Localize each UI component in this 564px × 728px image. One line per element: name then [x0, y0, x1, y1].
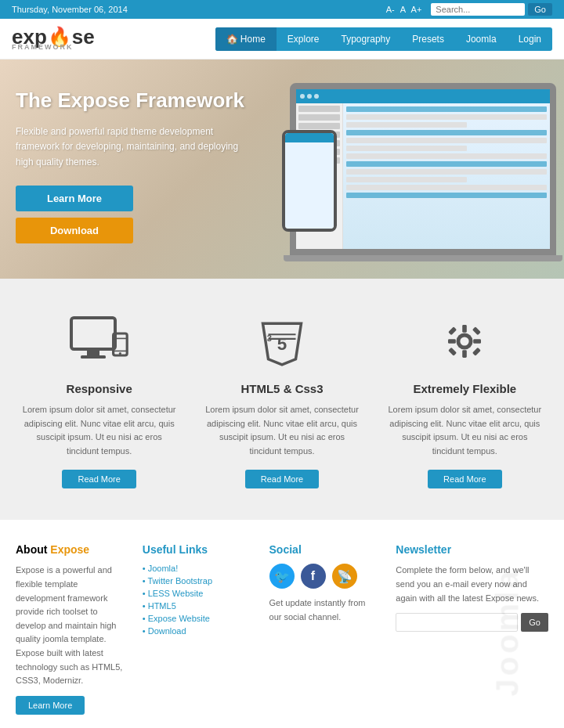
- laptop-row-5: [346, 138, 547, 143]
- hero-section: The Expose Framework Flexible and powerf…: [0, 59, 564, 279]
- footer-link-bootstrap: Twitter Bootstrap: [143, 576, 254, 586]
- footer-about-col: About Expose Expose is a powerful and fl…: [16, 543, 127, 714]
- sidebar-item-2: [298, 114, 340, 121]
- footer-social-desc: Get update instantly from our social cha…: [269, 596, 381, 624]
- font-small[interactable]: A-: [386, 5, 395, 14]
- sidebar-item-3: [298, 123, 340, 129]
- newsletter-submit-button[interactable]: Go: [521, 613, 548, 632]
- footer-link-expose-anchor[interactable]: Expose Website: [148, 614, 210, 623]
- facebook-icon[interactable]: f: [301, 564, 326, 589]
- nav-typography[interactable]: Typography: [331, 27, 402, 51]
- footer-link-download-anchor[interactable]: Download: [148, 626, 186, 636]
- feature-flexible-read-more[interactable]: Read More: [428, 470, 501, 488]
- svg-rect-18: [448, 326, 457, 335]
- feature-html5-read-more[interactable]: Read More: [245, 470, 319, 488]
- feature-flexible: Extremely Flexible Lorem ipsum dolor sit…: [381, 310, 548, 488]
- phone-mockup: [282, 130, 337, 232]
- svg-rect-19: [472, 326, 481, 335]
- main-nav: 🏠 Home Explore Typography Presets Joomla…: [215, 27, 553, 51]
- newsletter-form: Go: [396, 613, 548, 632]
- laptop-row-3: [346, 122, 467, 128]
- social-icons: 🐦 f 📡: [269, 564, 381, 589]
- font-large[interactable]: A+: [411, 5, 422, 14]
- logo-text: exp🔥se FRAMEWORK: [12, 27, 95, 51]
- laptop-row-12: [346, 193, 547, 198]
- footer-about-highlight: Expose: [50, 543, 89, 556]
- footer-grid: About Expose Expose is a powerful and fl…: [16, 543, 548, 714]
- nav-explore[interactable]: Explore: [277, 27, 331, 51]
- footer-about-desc: Expose is a powerful and flexible templa…: [16, 564, 127, 687]
- footer-link-html5-anchor[interactable]: HTML5: [148, 601, 176, 611]
- svg-rect-20: [448, 348, 457, 356]
- laptop-row-6: [346, 146, 467, 151]
- svg-rect-14: [463, 325, 468, 333]
- svg-point-6: [118, 352, 121, 355]
- hero-description: Flexible and powerful rapid theme develo…: [16, 124, 255, 170]
- responsive-icon: [16, 310, 183, 373]
- laptop-row-9: [346, 169, 547, 175]
- footer-learn-more-button[interactable]: Learn More: [16, 696, 85, 715]
- feature-responsive: Responsive Lorem ipsum dolor sit amet, c…: [16, 310, 183, 488]
- svg-rect-15: [463, 350, 468, 358]
- footer-about-title: About Expose: [16, 543, 127, 556]
- footer-about-plain: About: [16, 543, 50, 556]
- font-controls: A- A A+: [383, 5, 422, 14]
- hero-title: The Expose Framework: [16, 88, 255, 113]
- rss-icon[interactable]: 📡: [332, 564, 357, 589]
- top-bar: Thursday, November 06, 2014 A- A A+ Go: [0, 0, 564, 19]
- date-display: Thursday, November 06, 2014: [12, 5, 128, 14]
- laptop-row-2: [346, 114, 547, 120]
- feature-flexible-desc: Lorem ipsum dolor sit amet, consectetur …: [381, 403, 548, 458]
- laptop-screen-header: [296, 89, 550, 103]
- nav-home[interactable]: 🏠 Home: [215, 27, 277, 51]
- footer-link-less-anchor[interactable]: LESS Website: [148, 589, 204, 598]
- footer-newsletter-col: Newsletter Complete the form below, and …: [396, 543, 548, 714]
- footer-link-joomla-anchor[interactable]: Joomla!: [148, 564, 179, 573]
- footer-link-bootstrap-anchor[interactable]: Twitter Bootstrap: [147, 576, 212, 586]
- logo: exp🔥se FRAMEWORK: [12, 27, 95, 51]
- laptop-row-1: [346, 106, 547, 112]
- font-medium[interactable]: A: [400, 5, 406, 14]
- svg-point-13: [461, 337, 469, 345]
- feature-responsive-title: Responsive: [16, 382, 183, 395]
- footer-links-title: Useful Links: [143, 543, 254, 556]
- hero-image: [254, 67, 564, 271]
- laptop-row-4: [346, 130, 547, 135]
- header: exp🔥se FRAMEWORK 🏠 Home Explore Typograp…: [0, 19, 564, 59]
- footer-newsletter-desc: Complete the form below, and we'll send …: [396, 564, 548, 605]
- hero-learn-more-button[interactable]: Learn More: [16, 186, 133, 211]
- search-input[interactable]: [431, 3, 525, 16]
- svg-rect-21: [472, 348, 481, 356]
- feature-responsive-read-more[interactable]: Read More: [62, 470, 136, 488]
- footer-links-list: Joomla! Twitter Bootstrap LESS Website H…: [143, 564, 254, 636]
- newsletter-email-input[interactable]: [396, 613, 518, 632]
- hero-content: The Expose Framework Flexible and powerf…: [16, 88, 255, 250]
- search-area: Go: [431, 3, 552, 16]
- footer-links-col: Useful Links Joomla! Twitter Bootstrap L…: [143, 543, 254, 714]
- feature-flexible-title: Extremely Flexible: [381, 382, 548, 395]
- feature-html5-title: HTML5 & Css3: [198, 382, 365, 395]
- laptop-row-7: [346, 153, 547, 159]
- footer-link-less: LESS Website: [143, 589, 254, 598]
- footer-link-expose: Expose Website: [143, 614, 254, 623]
- nav-login[interactable]: Login: [508, 27, 552, 51]
- svg-text:5: 5: [277, 334, 287, 354]
- laptop-base: [284, 255, 562, 261]
- twitter-icon[interactable]: 🐦: [269, 564, 295, 589]
- logo-part2: se: [72, 27, 95, 47]
- features-section: Responsive Lorem ipsum dolor sit amet, c…: [0, 279, 564, 520]
- svg-rect-0: [71, 318, 115, 349]
- nav-joomla[interactable]: Joomla: [455, 27, 508, 51]
- feature-html5: 5 3 HTML5 & Css3 Lorem ipsum dolor sit a…: [198, 310, 365, 488]
- nav-presets[interactable]: Presets: [401, 27, 455, 51]
- svg-rect-2: [81, 355, 106, 359]
- search-button[interactable]: Go: [528, 3, 552, 16]
- laptop-row-11: [346, 185, 547, 190]
- feature-html5-desc: Lorem ipsum dolor sit amet, consectetur …: [198, 403, 365, 458]
- svg-rect-16: [448, 339, 456, 344]
- footer-link-html5: HTML5: [143, 601, 254, 611]
- hero-download-button[interactable]: Download: [16, 218, 133, 243]
- phone-screen: [285, 133, 334, 229]
- footer-social-col: Social 🐦 f 📡 Get update instantly from o…: [269, 543, 381, 714]
- phone-screen-header: [285, 133, 334, 142]
